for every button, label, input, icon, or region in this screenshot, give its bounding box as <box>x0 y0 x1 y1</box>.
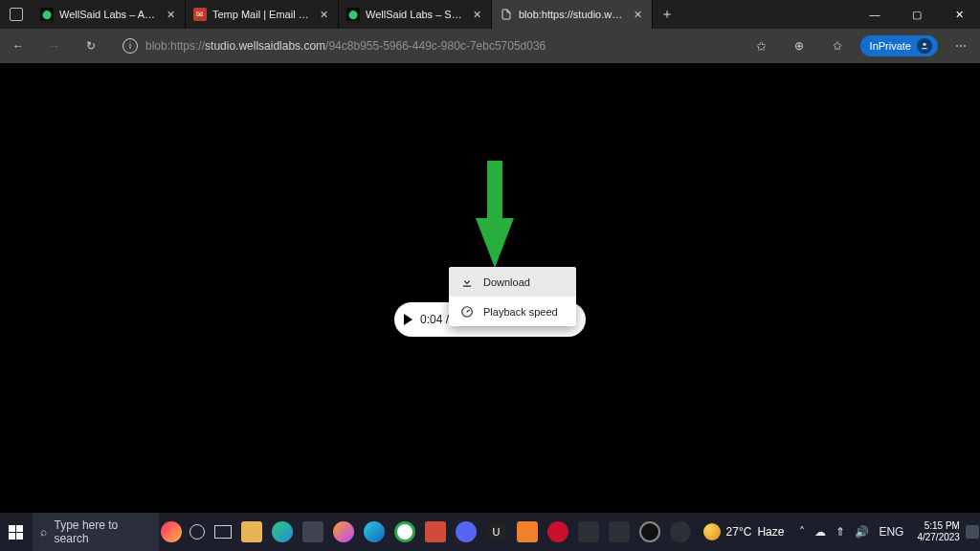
profile-avatar-icon <box>917 38 932 54</box>
audio-context-menu: Download Playback speed <box>449 267 576 326</box>
favicon-tempmail-icon: ✉ <box>193 8 207 21</box>
extensions-button[interactable]: ⊕ <box>784 33 814 59</box>
close-icon[interactable]: ✕ <box>470 9 483 21</box>
taskbar-app-firefox[interactable] <box>328 513 359 551</box>
taskbar-app-edge[interactable] <box>267 513 298 551</box>
system-tray: ˄ ☁ ⇑ 🔊 ENG <box>791 525 911 539</box>
taskbar-app-gear[interactable] <box>665 513 696 551</box>
url-text: blob:https://studio.wellsaidlabs.com/94c… <box>145 39 748 53</box>
tab-tempmail[interactable]: ✉ Temp Mail | Email Generator | Te ✕ <box>186 0 339 29</box>
onedrive-icon[interactable]: ☁ <box>814 525 826 539</box>
taskbar-apps: U <box>236 513 696 551</box>
tab-title: WellSaid Labs – Studio <box>366 9 464 20</box>
taskbar-app-edge2[interactable] <box>359 513 390 551</box>
nav-back-button[interactable]: ← <box>4 32 33 60</box>
taskbar-app-discord[interactable] <box>451 513 481 551</box>
taskbar-app-opera[interactable] <box>543 513 573 551</box>
menu-item-label: Download <box>483 276 530 288</box>
favicon-document-icon <box>500 8 513 21</box>
taskbar-app-tool1[interactable] <box>573 513 604 551</box>
taskbar-app-sports[interactable] <box>159 513 185 551</box>
taskbar-app-tool2[interactable] <box>604 513 635 551</box>
start-button[interactable] <box>0 513 33 551</box>
minimize-button[interactable]: — <box>854 0 896 29</box>
tab-title: blob:https://studio.wellsaidlabs.c <box>519 9 625 20</box>
play-icon[interactable] <box>404 314 412 325</box>
settings-more-button[interactable]: ⋯ <box>946 33 976 59</box>
download-icon <box>460 276 474 289</box>
close-icon[interactable]: ✕ <box>164 9 177 21</box>
browser-toolbar: ← → ↻ i blob:https://studio.wellsaidlabs… <box>0 29 980 63</box>
browser-tabs: ⬤ WellSaid Labs – Account Verificat ✕ ✉ … <box>33 0 653 29</box>
search-placeholder: Type here to search <box>55 518 152 545</box>
language-indicator[interactable]: ENG <box>879 525 903 539</box>
close-icon[interactable]: ✕ <box>317 9 330 21</box>
tab-title: Temp Mail | Email Generator | Te <box>212 9 311 20</box>
tab-blob-audio[interactable]: blob:https://studio.wellsaidlabs.c ✕ <box>492 0 653 29</box>
taskbar-search[interactable]: ⌕ Type here to search <box>33 513 160 551</box>
tray-overflow-icon[interactable]: ˄ <box>799 525 805 539</box>
search-icon: ⌕ <box>40 525 47 539</box>
reload-button[interactable]: ↻ <box>77 32 105 60</box>
address-bar[interactable]: i blob:https://studio.wellsaidlabs.com/9… <box>113 33 776 58</box>
inprivate-indicator[interactable]: InPrivate <box>860 35 938 56</box>
notification-icon <box>966 525 979 539</box>
weather-icon <box>703 523 721 540</box>
taskbar-weather[interactable]: 27°C Haze <box>696 523 792 540</box>
new-tab-button[interactable]: ＋ <box>653 0 681 29</box>
page-content: 0:04 / Download Playback speed <box>0 63 980 513</box>
task-view-button[interactable] <box>211 513 236 551</box>
favorites-button[interactable]: ✩ <box>822 33 853 59</box>
svg-point-0 <box>923 43 925 46</box>
taskbar-app-chrome[interactable] <box>390 513 420 551</box>
taskbar-app-explorer[interactable] <box>236 513 267 551</box>
network-icon[interactable]: ⇑ <box>835 525 845 539</box>
inprivate-label: InPrivate <box>870 40 911 52</box>
taskbar-app-u[interactable]: U <box>481 513 512 551</box>
sidebar-toggle[interactable] <box>0 0 33 29</box>
annotation-arrow-icon <box>476 161 514 268</box>
weather-desc: Haze <box>757 525 784 539</box>
taskbar-app-obs[interactable] <box>635 513 665 551</box>
clock-date: 4/27/2023 <box>917 532 960 543</box>
taskbar-app-store[interactable] <box>298 513 328 551</box>
weather-temp: 27°C <box>726 525 752 539</box>
menu-item-download[interactable]: Download <box>449 267 576 297</box>
browser-titlebar: ⬤ WellSaid Labs – Account Verificat ✕ ✉ … <box>0 0 980 29</box>
nav-forward-button: → <box>40 32 69 60</box>
favorite-icon[interactable]: ✩ <box>756 39 767 54</box>
close-icon[interactable]: ✕ <box>631 9 644 21</box>
tab-wellsaid-verify[interactable]: ⬤ WellSaid Labs – Account Verificat ✕ <box>33 0 186 29</box>
window-controls: — ▢ ✕ <box>854 0 980 29</box>
tab-wellsaid-studio[interactable]: ⬤ WellSaid Labs – Studio ✕ <box>339 0 492 29</box>
taskbar-clock[interactable]: 5:15 PM 4/27/2023 <box>911 520 966 543</box>
speed-icon <box>460 305 474 319</box>
volume-icon[interactable]: 🔊 <box>855 525 869 539</box>
windows-taskbar: ⌕ Type here to search U 27°C Haze ˄ ☁ ⇑ … <box>0 513 980 551</box>
tab-title: WellSaid Labs – Account Verificat <box>59 9 158 20</box>
windows-logo-icon <box>9 525 23 540</box>
maximize-button[interactable]: ▢ <box>896 0 938 29</box>
cortana-button[interactable] <box>185 513 211 551</box>
favicon-wellsaid-icon: ⬤ <box>346 8 360 21</box>
menu-item-playback-speed[interactable]: Playback speed <box>449 297 576 326</box>
favicon-wellsaid-icon: ⬤ <box>40 8 54 21</box>
clock-time: 5:15 PM <box>917 520 960 532</box>
taskbar-app-pdf[interactable] <box>420 513 451 551</box>
close-window-button[interactable]: ✕ <box>938 0 980 29</box>
action-center-button[interactable] <box>966 513 980 551</box>
menu-item-label: Playback speed <box>483 306 558 318</box>
audio-time: 0:04 / <box>420 313 449 326</box>
taskbar-app-vlc[interactable] <box>512 513 543 551</box>
site-info-icon[interactable]: i <box>122 38 138 54</box>
